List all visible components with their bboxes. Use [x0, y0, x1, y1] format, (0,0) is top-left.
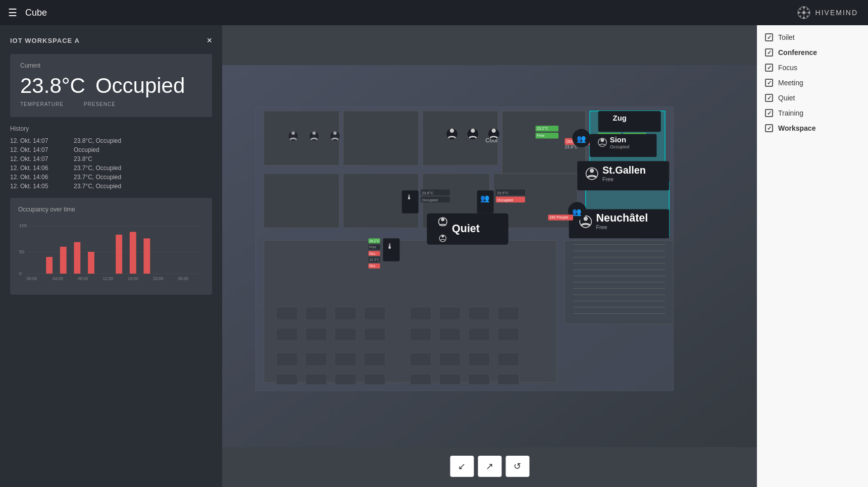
viewport[interactable]: Cool 🌡 23.8°C Occupied 👥 23.5°C Occupied…: [222, 25, 757, 487]
history-row: 12. Okt. 14:0623.7°C, Occupied: [10, 165, 212, 172]
svg-text:Free: Free: [602, 176, 614, 182]
svg-point-97: [291, 132, 295, 135]
svg-text:🌡: 🌡: [406, 193, 413, 201]
history-list: 12. Okt. 14:0723.8°C, Occupied12. Okt. 1…: [10, 137, 212, 190]
svg-point-3: [803, 17, 805, 19]
svg-point-176: [492, 129, 496, 133]
svg-text:Neuchâtel: Neuchâtel: [596, 212, 648, 224]
svg-rect-71: [410, 353, 431, 366]
checkbox-training[interactable]: [765, 109, 773, 117]
checkbox-quiet[interactable]: [765, 94, 773, 102]
close-button[interactable]: ×: [207, 35, 212, 46]
filter-focus[interactable]: Focus: [765, 64, 860, 72]
svg-text:Free: Free: [369, 245, 376, 249]
svg-point-117: [441, 218, 445, 222]
history-row: 12. Okt. 14:0723.8°C, Occupied: [10, 137, 212, 144]
svg-rect-81: [469, 374, 489, 385]
hivemind-logo-icon: [796, 5, 811, 20]
svg-rect-64: [439, 328, 460, 341]
logo-area: HIVEMIND: [796, 5, 858, 20]
checkbox-focus[interactable]: [765, 64, 773, 72]
svg-text:Quiet: Quiet: [452, 223, 480, 235]
svg-text:Occupied: Occupied: [497, 198, 513, 202]
svg-rect-59: [410, 307, 431, 320]
svg-rect-65: [469, 328, 489, 341]
svg-text:Occupied: Occupied: [610, 144, 629, 149]
y-label-0: 0: [19, 271, 22, 276]
svg-text:Occ.: Occ.: [369, 264, 376, 267]
current-values: 23.8°C Occupied: [20, 75, 202, 96]
panel-title: IOT WORKSPACE A: [10, 37, 80, 44]
history-value: Occupied: [74, 146, 99, 153]
svg-rect-57: [335, 328, 355, 341]
history-time: 12. Okt. 14:06: [10, 165, 66, 172]
history-value: 23.8°C: [74, 155, 92, 163]
filter-meeting[interactable]: Meeting: [765, 79, 860, 87]
svg-text:St.Gallen: St.Gallen: [602, 165, 646, 176]
current-labels-row: TEMPERATURE PRESENCE: [20, 101, 202, 107]
svg-point-9: [806, 16, 808, 17]
svg-rect-52: [305, 307, 326, 320]
svg-rect-73: [469, 353, 489, 366]
checkbox-toilet[interactable]: [765, 33, 773, 41]
svg-rect-41: [343, 111, 419, 166]
svg-rect-51: [277, 307, 297, 320]
svg-rect-55: [277, 328, 297, 341]
filter-toilet[interactable]: Toilet: [765, 33, 860, 41]
current-label: Current: [20, 62, 202, 69]
svg-point-6: [799, 9, 801, 10]
current-card: Current 23.8°C Occupied TEMPERATURE PRES…: [10, 54, 212, 117]
svg-text:23.9°C: 23.9°C: [565, 145, 577, 149]
svg-rect-20: [88, 252, 94, 274]
filter-toilet-label: Toilet: [778, 33, 795, 41]
occupancy-title: Occupancy over time: [18, 206, 204, 213]
filter-conference[interactable]: Conference: [765, 48, 860, 57]
filter-quiet-label: Quiet: [778, 94, 795, 102]
svg-point-7: [806, 9, 808, 10]
filter-training-label: Training: [778, 109, 803, 117]
history-title: History: [10, 125, 212, 132]
checkbox-meeting[interactable]: [765, 79, 773, 87]
svg-text:👥: 👥: [480, 194, 490, 203]
svg-text:🌡: 🌡: [386, 242, 394, 250]
occupancy-card: Occupancy over time 100 50 0 00:00: [10, 198, 212, 295]
svg-rect-21: [116, 235, 122, 274]
svg-text:Sion: Sion: [610, 136, 626, 144]
svg-text:20:00: 20:00: [153, 277, 164, 281]
prev-view-button[interactable]: ↙: [450, 456, 474, 477]
svg-rect-68: [305, 353, 326, 366]
svg-text:👥: 👥: [572, 207, 582, 217]
history-value: 23.7°C, Occupied: [74, 165, 121, 172]
svg-rect-56: [305, 328, 326, 341]
svg-point-120: [441, 235, 444, 238]
history-row: 12. Okt. 14:07Occupied: [10, 146, 212, 153]
svg-text:12:00: 12:00: [103, 277, 113, 281]
history-value: 23.7°C, Occupied: [74, 174, 121, 181]
svg-rect-23: [143, 238, 150, 274]
floor-plan-svg: Cool 🌡 23.8°C Occupied 👥 23.5°C Occupied…: [222, 25, 757, 487]
history-row: 12. Okt. 14:0623.7°C, Occupied: [10, 174, 212, 181]
temperature-label: TEMPERATURE: [20, 101, 64, 107]
history-section: History 12. Okt. 14:0723.8°C, Occupied12…: [10, 125, 212, 190]
svg-rect-19: [74, 242, 80, 274]
filter-workspace[interactable]: Workspace: [765, 124, 860, 132]
hamburger-icon[interactable]: ☰: [8, 7, 17, 19]
svg-rect-80: [439, 374, 460, 385]
svg-rect-61: [469, 307, 489, 320]
svg-text:23.5°C: 23.5°C: [497, 191, 508, 195]
svg-rect-70: [364, 353, 385, 366]
checkbox-conference[interactable]: [765, 48, 773, 57]
svg-text:Free: Free: [596, 224, 607, 230]
main-layout: IOT WORKSPACE A × Current 23.8°C Occupie…: [0, 25, 868, 487]
svg-rect-75: [277, 374, 297, 385]
filter-training[interactable]: Training: [765, 109, 860, 117]
history-time: 12. Okt. 14:07: [10, 137, 66, 144]
svg-text:23.8°C: 23.8°C: [422, 191, 433, 195]
checkbox-workspace[interactable]: [765, 124, 773, 132]
reset-view-button[interactable]: ↺: [505, 456, 529, 477]
filter-quiet[interactable]: Quiet: [765, 94, 860, 102]
history-time: 12. Okt. 14:05: [10, 183, 66, 190]
filter-workspace-label: Workspace: [778, 124, 815, 132]
next-view-button[interactable]: ↗: [478, 456, 501, 477]
svg-text:23.2°C: 23.2°C: [537, 126, 548, 131]
